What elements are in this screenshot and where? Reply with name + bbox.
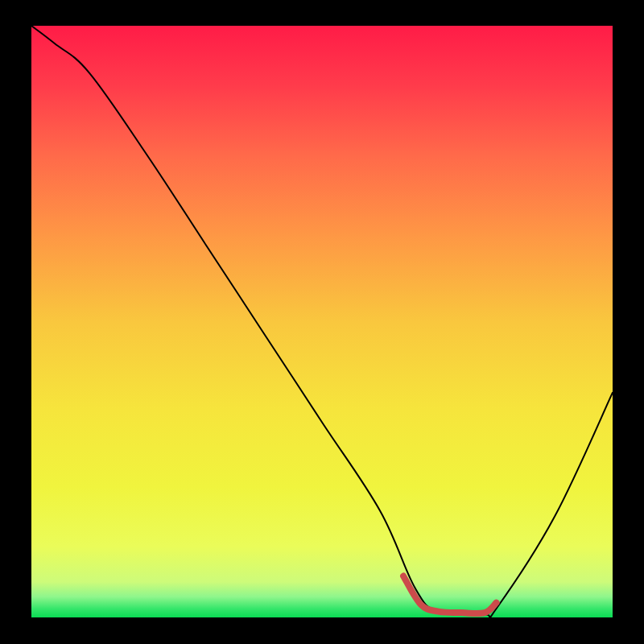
- plot-area: [31, 26, 613, 617]
- bottleneck-chart: [0, 0, 644, 644]
- chart-stage: TheBottleNecker.com: [0, 0, 644, 644]
